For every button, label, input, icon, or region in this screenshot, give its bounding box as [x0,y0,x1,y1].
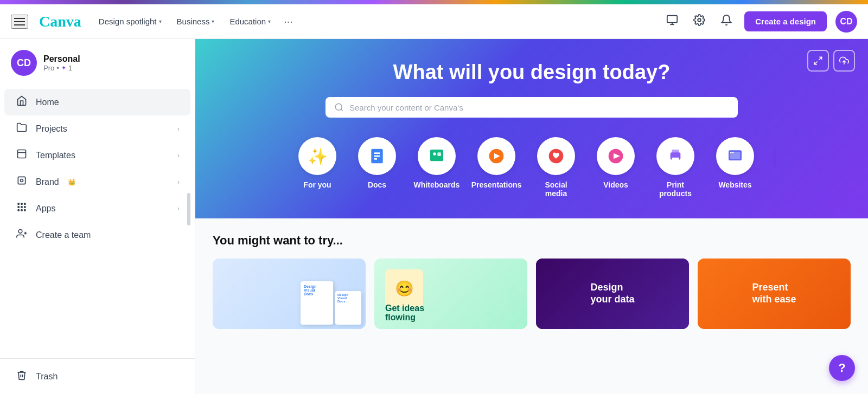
sidebar-item-home-label: Home [36,98,59,107]
svg-rect-31 [437,152,441,156]
svg-line-20 [819,57,822,60]
category-for-you[interactable]: ✨ For you [288,133,347,202]
create-design-button[interactable]: Create a design [744,11,827,31]
for-you-label: For you [303,180,331,189]
svg-point-41 [730,152,732,153]
main-layout: CD Personal Pro • ✦ 1 Home [0,39,868,394]
resize-icon-button[interactable] [807,50,829,72]
home-icon [15,95,28,109]
sidebar-item-create-team-label: Create a team [36,230,91,240]
hero-actions [807,50,855,72]
sidebar-item-brand-label: Brand [36,177,59,187]
sidebar-bottom: Trash [0,358,195,394]
chevron-right-icon: › [177,205,180,212]
chevron-down-icon: ▾ [159,18,162,24]
svg-rect-40 [730,152,741,159]
education-link[interactable]: Education ▾ [223,12,277,30]
upload-cloud-icon-button[interactable] [833,50,855,72]
for-you-icon-circle: ✨ [298,137,336,175]
settings-icon-button[interactable] [690,11,709,32]
videos-label: Videos [603,180,628,189]
brand-crown-icon: 👑 [68,178,76,186]
sidebar-plan: Pro • ✦ 1 [43,64,80,72]
category-social-media[interactable]: Social media [526,133,586,202]
user-avatar[interactable]: CD [835,11,857,33]
svg-point-3 [698,18,701,22]
projects-icon [15,122,28,135]
videos-icon-circle [597,137,635,175]
sidebar-item-trash[interactable]: Trash [4,363,190,390]
try-card-design-data[interactable]: Designyour data [536,259,689,329]
svg-line-21 [814,62,817,64]
business-link[interactable]: Business ▾ [170,12,221,30]
try-card-present-ease[interactable]: Presentwith ease [698,259,851,329]
notification-bell-button[interactable] [717,11,736,32]
sidebar-item-brand[interactable]: Brand 👑 › [4,169,190,195]
more-nav-button[interactable]: ··· [279,13,297,30]
svg-point-17 [18,230,22,234]
presentations-label: Presentations [471,180,522,189]
design-spotlight-link[interactable]: Design spotlight ▾ [92,12,168,30]
sidebar-item-apps[interactable]: Apps › [4,195,190,222]
print-products-label: Print products [654,180,697,198]
category-more[interactable]: › [765,133,776,202]
navbar: Canva Design spotlight ▾ Business ▾ Educ… [0,4,868,39]
try-section-title: You might want to try... [213,234,851,248]
apps-icon [15,202,28,215]
brand-icon [15,175,28,189]
svg-point-30 [433,152,436,155]
svg-line-24 [341,109,342,111]
create-team-icon [15,228,28,242]
try-card-visual-docs[interactable]: DesignVisualDocs DesignVisualDocs [213,259,366,329]
hero-title: What will you design today? [217,61,846,84]
try-card-get-ideas[interactable]: 😊 Get ideasflowing [374,259,527,329]
try-cards-container: DesignVisualDocs DesignVisualDocs 😊 Get … [213,259,851,329]
category-videos[interactable]: Videos [586,133,646,202]
nav-links: Design spotlight ▾ Business ▾ Education … [92,12,297,30]
sidebar-item-templates[interactable]: Templates › [4,142,190,169]
svg-point-16 [24,210,26,211]
category-websites[interactable]: Websites [705,133,765,202]
print-products-icon-circle [656,137,694,175]
templates-icon [15,148,28,162]
svg-rect-0 [667,16,677,23]
sidebar-item-projects[interactable]: Projects › [4,115,190,142]
websites-icon-circle [716,137,754,175]
svg-point-11 [18,206,20,208]
category-whiteboards[interactable]: Whiteboards [407,133,467,202]
category-print-products[interactable]: Print products [646,133,705,202]
sidebar-item-create-team[interactable]: Create a team [4,222,190,248]
sidebar-item-home[interactable]: Home [4,89,190,115]
docs-icon-circle [358,137,396,175]
svg-point-7 [21,179,23,182]
hero-search-input[interactable] [349,103,729,112]
presentations-icon-circle [477,137,515,175]
svg-rect-4 [18,150,26,158]
svg-rect-38 [672,158,679,162]
search-icon [334,102,344,112]
hero-search-bar [326,97,738,118]
trash-icon [15,370,28,383]
sidebar-nav: Home Projects › Templates [0,85,195,358]
category-docs[interactable]: Docs [347,133,407,202]
svg-point-42 [732,152,734,153]
hamburger-menu-button[interactable] [11,15,28,29]
sidebar-item-projects-label: Projects [36,124,67,134]
help-button[interactable]: ? [829,355,855,381]
canva-logo[interactable]: Canva [39,13,81,30]
sidebar-user-section: CD Personal Pro • ✦ 1 [0,39,195,85]
sidebar-scrollbar[interactable] [187,193,190,225]
chevron-down-icon: ▾ [212,18,214,24]
svg-point-15 [21,210,23,211]
chevron-right-icon: › [177,152,180,159]
svg-point-12 [21,206,23,208]
social-media-icon-circle [537,137,575,175]
monitor-icon-button[interactable] [663,11,681,32]
sidebar-item-apps-label: Apps [36,204,55,214]
sidebar-user-avatar[interactable]: CD [11,50,37,76]
top-colorbar [0,0,868,4]
navbar-right: Create a design CD [663,11,857,33]
category-presentations[interactable]: Presentations [467,133,526,202]
whiteboards-icon-circle [418,137,456,175]
whiteboards-label: Whiteboards [414,180,460,189]
